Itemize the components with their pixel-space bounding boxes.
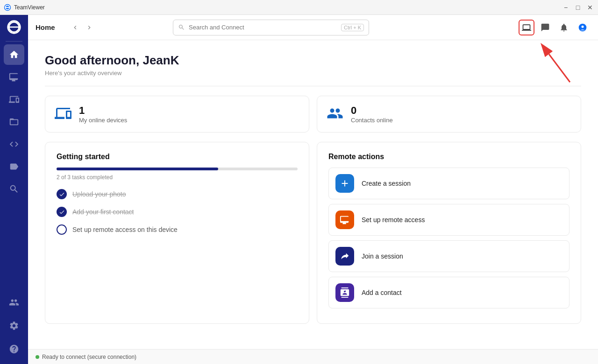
action-setup-remote[interactable]: Set up remote access [328,204,570,236]
task-item-contact: Add your first contact [57,207,298,217]
devices-label: My online devices [79,117,127,124]
task-check-contact [57,207,67,217]
task-item-access[interactable]: Set up remote access on this device [57,224,298,235]
sidebar-item-devices[interactable] [4,89,24,110]
action-create-session[interactable]: Create a session [328,168,570,199]
top-bar-actions [519,20,591,35]
action-label-add-contact: Add a contact [362,289,402,296]
devices-icon [55,105,71,124]
status-bar: Ready to connect (secure connection) [28,349,598,364]
contacts-icon [327,105,343,124]
task-check-photo [57,189,67,199]
content-divider [45,86,581,86]
chat-button[interactable] [537,20,553,35]
add-contact-icon [335,283,354,302]
remote-actions-card: Remote actions Create a session [317,142,581,324]
sidebar-logo [6,19,22,35]
progress-bar-fill [57,168,218,170]
content-area: Good afternoon, JeanK Here's your activi… [28,40,598,349]
nav-forward-button[interactable] [83,21,95,34]
app-title: TeamViewer [14,4,45,11]
contacts-count: 0 [351,105,393,117]
chat-icon [541,23,550,32]
sidebar-item-search[interactable] [4,179,24,199]
app-logo-icon [4,4,11,11]
search-input[interactable] [189,24,337,31]
contacts-label: Contacts online [351,117,393,124]
screen-share-icon [522,23,531,32]
status-dot [36,355,39,359]
task-item-photo: Upload your photo [57,189,298,199]
profile-icon [578,23,587,32]
stat-card-devices: 1 My online devices [45,96,309,133]
sidebar-item-files[interactable] [4,112,24,132]
task-check-access [57,224,67,235]
stat-card-contacts: 0 Contacts online [317,96,581,133]
sidebar-divider [6,41,22,42]
greeting-headline: Good afternoon, JeanK [45,53,581,68]
task-label-photo: Upload your photo [72,190,126,198]
screen-share-button[interactable] [519,20,534,35]
search-icon [178,24,185,31]
maximize-button[interactable]: □ [574,3,582,12]
search-bar[interactable]: Ctrl + K [173,20,369,35]
create-session-icon [335,174,354,193]
action-label-setup-remote: Set up remote access [362,216,425,224]
action-add-contact[interactable]: Add a contact [328,277,570,308]
getting-started-title: Getting started [57,153,298,161]
sidebar [0,15,28,364]
status-text: Ready to connect (secure connection) [42,354,136,360]
sidebar-item-settings[interactable] [4,315,24,336]
close-button[interactable]: ✕ [586,3,594,12]
search-shortcut: Ctrl + K [341,24,364,31]
sidebar-item-code[interactable] [4,134,24,154]
sidebar-item-remote[interactable] [4,67,24,87]
sidebar-item-help[interactable] [4,339,24,359]
devices-count: 1 [79,105,127,117]
getting-started-card: Getting started 2 of 3 tasks completed U… [45,142,309,324]
page-title: Home [36,23,64,31]
sidebar-item-home[interactable] [4,44,24,65]
sidebar-item-people[interactable] [4,292,24,313]
setup-remote-icon [335,210,354,229]
main-panel: Home Ctrl + K [28,15,598,364]
task-label-access: Set up remote access on this device [72,226,178,233]
join-session-icon [335,247,354,266]
minimize-button[interactable]: − [562,3,570,12]
action-join-session[interactable]: Join a session [328,240,570,272]
nav-back-button[interactable] [69,21,81,34]
progress-bar-container [57,168,298,170]
progress-text: 2 of 3 tasks completed [57,174,298,181]
task-label-contact: Add your first contact [72,208,134,216]
bell-icon [559,23,569,32]
title-bar: TeamViewer − □ ✕ [0,0,598,15]
lower-row: Getting started 2 of 3 tasks completed U… [45,142,581,324]
remote-actions-title: Remote actions [328,153,570,161]
notification-button[interactable] [556,20,572,35]
greeting-subtitle: Here's your activity overview [45,70,581,77]
sidebar-item-ar[interactable] [4,156,24,177]
action-label-join-session: Join a session [362,252,403,260]
stats-row: 1 My online devices 0 Contacts online [45,96,581,133]
action-label-create-session: Create a session [362,180,411,187]
top-bar: Home Ctrl + K [28,15,598,40]
profile-button[interactable] [575,20,591,35]
